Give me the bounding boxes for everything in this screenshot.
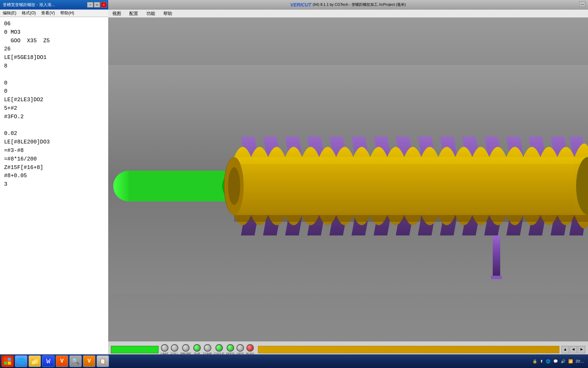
taskbar-ie[interactable]: 🌐 [15, 355, 27, 367]
sys-icon-6: 📶 [568, 359, 573, 364]
sys-icon-2: ⬆ [540, 359, 543, 364]
close-button[interactable]: ✕ [101, 2, 107, 7]
probe-light [182, 344, 190, 352]
3d-viewport[interactable] [108, 18, 588, 341]
feed-light [227, 344, 234, 352]
sys-icon-5: 🔊 [561, 359, 566, 364]
indicator-sub: SUB [193, 344, 201, 355]
nav-back-button[interactable]: ◄ [570, 346, 577, 353]
indicator-comp: COMP [203, 344, 212, 355]
svg-rect-9 [493, 235, 500, 276]
indicator-cycle: CYCLE [214, 344, 224, 355]
busy-light [246, 344, 254, 352]
indicator-busy: BUSY [246, 344, 255, 355]
comp-light [204, 344, 211, 352]
opti-light [236, 344, 244, 352]
indicator-coll: COLL [170, 344, 179, 355]
main-minimize-button[interactable]: — [579, 1, 585, 7]
coll-light [171, 344, 178, 352]
taskbar-v2[interactable]: V [83, 355, 95, 367]
cycle-light [215, 344, 223, 352]
main-titlebar: VERICUT (64) 8.1.1 by CGTech - 变螺距螺纹加工.V… [108, 0, 588, 10]
svg-rect-2 [129, 171, 238, 201]
taskbar-right: 🔒 ⬆ 🌐 💬 🔊 📶 20:... [533, 359, 587, 364]
code-text: 06 0 MO3 GOO X35 Z5 26 LE[#5GE18]DO1 8 0… [4, 20, 100, 189]
titlebar-buttons: — ▭ ✕ [87, 2, 107, 7]
svg-rect-13 [4, 358, 7, 361]
progress-bar-gold [258, 346, 559, 353]
sys-icon-1: 🔒 [533, 359, 537, 364]
indicator-feed: FEED [226, 344, 234, 355]
svg-rect-15 [4, 362, 7, 365]
indicator-opti: OPTI [236, 344, 244, 355]
menu-view[interactable]: 查看(V) [38, 10, 58, 16]
clock: 20:... [576, 359, 584, 363]
left-panel-titlebar: 变槽宽变螺距螺纹 - 渐入渐... — ▭ ✕ [0, 0, 108, 10]
svg-rect-6 [234, 157, 588, 164]
main-menubar: 视图 配置 功能 帮助 [108, 10, 588, 18]
code-editor-panel: 06 0 MO3 GOO X35 Z5 26 LE[#5GE18]DO1 8 0… [0, 17, 108, 368]
indicator-probe: PROBE [181, 344, 192, 355]
nav-up-button[interactable]: ▲ [561, 346, 569, 353]
menu-function[interactable]: 功能 [142, 10, 159, 17]
menu-format[interactable]: 格式(O) [19, 10, 38, 16]
left-panel-title: 变槽宽变螺距螺纹 - 渐入渐... [1, 2, 55, 8]
indicator-limit: LIMIT [161, 344, 168, 355]
menu-help[interactable]: 帮助(H) [58, 10, 77, 16]
svg-rect-14 [8, 358, 11, 361]
menu-view-main[interactable]: 视图 [108, 10, 125, 17]
nav-forward-button[interactable]: ► [578, 346, 585, 353]
restore-button[interactable]: ▭ [94, 2, 100, 7]
svg-rect-7 [234, 215, 588, 222]
limit-light [161, 344, 168, 352]
svg-rect-16 [8, 362, 11, 365]
sys-icon-4: 💬 [553, 359, 558, 364]
taskbar-search[interactable]: 🔍 [69, 355, 82, 367]
taskbar-gray-app[interactable]: 📋 [97, 355, 109, 367]
main-title-info: (64) 8.1.1 by CGTech - 变螺距螺纹加工.VcProject… [313, 2, 406, 7]
vericut-logo: VERICUT [290, 2, 311, 7]
code-content[interactable]: 06 0 MO3 GOO X35 Z5 26 LE[#5GE18]DO1 8 0… [0, 17, 103, 363]
start-button[interactable] [1, 355, 14, 367]
taskbar-word[interactable]: W [42, 355, 54, 367]
svg-rect-10 [491, 276, 502, 279]
worm-gear-svg [108, 18, 588, 341]
taskbar-folder[interactable]: 📁 [29, 355, 41, 367]
minimize-button[interactable]: — [87, 2, 93, 7]
main-window: VERICUT (64) 8.1.1 by CGTech - 变螺距螺纹加工.V… [108, 0, 588, 368]
left-menubar: 编辑(E) 格式(O) 查看(V) 帮助(H) [0, 10, 108, 17]
windows-taskbar: 🌐 📁 W V 🔍 V 📋 🔒 ⬆ 🌐 💬 🔊 📶 20:... [0, 354, 588, 368]
progress-bar-green [111, 346, 159, 353]
sys-icon-3: 🌐 [546, 359, 551, 364]
taskbar-vericut[interactable]: V [56, 355, 68, 367]
sub-light [193, 344, 201, 352]
menu-edit[interactable]: 编辑(E) [0, 10, 19, 16]
menu-help-main[interactable]: 帮助 [159, 10, 176, 17]
menu-config[interactable]: 配置 [125, 10, 142, 17]
svg-point-12 [228, 167, 240, 205]
toolbar-nav-buttons: ▲ ◄ ► [561, 346, 585, 353]
